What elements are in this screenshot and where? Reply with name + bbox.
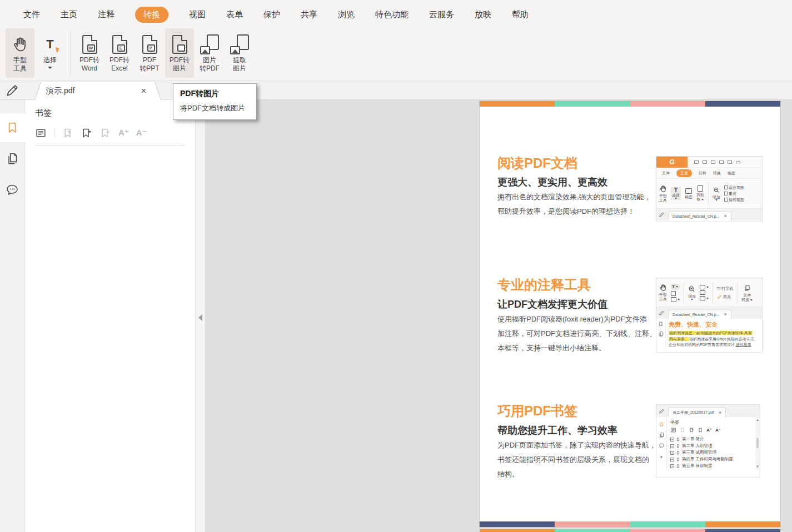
pdf-to-ppt-label-1: PDF	[143, 56, 156, 64]
print-icon	[711, 160, 715, 164]
highlighted-text: 档与表单。	[669, 337, 689, 341]
mini-titlebar: G	[656, 157, 762, 168]
menu-cloud[interactable]: 云服务	[429, 9, 454, 20]
menu-slideshow[interactable]: 放映	[475, 9, 491, 20]
mini-hand-tool: 手型工具	[659, 185, 667, 203]
mini-toolbar-divider	[708, 183, 709, 205]
comments-panel-icon[interactable]	[0, 175, 25, 204]
hand-tool-button[interactable]: 手型 工具	[6, 28, 34, 78]
image-to-pdf-label-2: 转PDF	[200, 64, 220, 73]
mini-zoom-tool: 缩放	[688, 285, 696, 300]
mini-bookmark-item: +第四章 工作时间与考勤制度	[670, 456, 755, 463]
menu-convert-active[interactable]: 转换	[135, 7, 168, 23]
menu-file[interactable]: 文件	[23, 9, 40, 20]
pdf-to-image-button[interactable]: PDF转 图片	[165, 28, 194, 78]
annotate-pencil-icon[interactable]	[5, 83, 19, 98]
pdf-page-1: 阅读PDF文档 更强大、更实用、更高效 拥有出色的文档渲染效果,强大的页面管理功…	[480, 101, 780, 527]
screenshot-bookmarks: 员工手册_20120917.pdf × 书签	[656, 404, 760, 478]
mini-menubar: 文件 主页 注释 转换 视图	[656, 168, 762, 178]
mini-menu-view: 视图	[728, 170, 735, 176]
document-canvas[interactable]: 阅读PDF文档 更强大、更实用、更高效 拥有出色的文档渲染效果,强大的页面管理功…	[205, 100, 792, 532]
hand-tool-label-2: 工具	[13, 64, 27, 73]
tab-close-icon[interactable]: ×	[141, 87, 146, 96]
pdf-to-word-label-1: PDF转	[79, 56, 99, 64]
document-tab[interactable]: 演示.pdf ×	[34, 82, 161, 100]
expand-font-icon[interactable]: A⁺	[118, 128, 129, 138]
menu-browse[interactable]: 浏览	[338, 9, 355, 20]
menu-form[interactable]: 表单	[226, 9, 243, 20]
pdf-to-excel-button[interactable]: E PDF转 Excel	[105, 28, 134, 78]
mini-bookmark-item: +第五章 休假制度	[670, 463, 755, 469]
toolbar-divider	[70, 31, 71, 76]
pdf-to-image-label-1: PDF转	[170, 56, 190, 64]
mini-hand-tool: 手型工具	[659, 284, 667, 302]
section1-heading: 阅读PDF文档	[497, 154, 577, 172]
page-icon	[728, 160, 732, 164]
mini-panel-title: 书签	[670, 419, 755, 425]
select-tool-label: 选择	[43, 56, 57, 64]
convert-ribbon: 手型 工具 T 选择 W PDF转 Word E PDF转 Excel	[0, 26, 792, 81]
bookmark-summary-icon[interactable]	[35, 127, 47, 139]
menu-help[interactable]: 帮助	[512, 9, 529, 20]
chevron-down-icon	[48, 67, 52, 69]
section3-subheading: 帮助您提升工作、学习效率	[497, 424, 617, 437]
mini-select-stack: T	[671, 284, 680, 302]
page-top-stripes	[480, 101, 780, 107]
menu-home[interactable]: 主页	[61, 9, 77, 20]
rotate-view-icon	[724, 198, 728, 202]
pdf-to-image-label-2: 图片	[173, 64, 186, 73]
bookmarks-panel-icon[interactable]	[0, 113, 25, 142]
mini-bookmark-icon	[658, 321, 664, 327]
pdf-to-ppt-label-2: 转PPT	[140, 64, 159, 73]
menubar: 文件 主页 注释 转换 视图 表单 保护 共享 浏览 特色功能 云服务 放映 帮…	[0, 0, 792, 26]
mini-clipboard-tool: 剪贴板	[696, 185, 704, 202]
mini-toolbar-divider	[737, 282, 738, 304]
cursor-arrow-icon	[55, 46, 60, 53]
pdf-to-word-button[interactable]: W PDF转 Word	[75, 28, 104, 78]
mini-doc-link: 提供批量	[736, 343, 751, 347]
open-icon	[694, 160, 699, 164]
mini-menu-file: 文件	[662, 170, 670, 176]
extract-image-button[interactable]: 提取 图片	[225, 28, 254, 78]
menu-protect[interactable]: 保护	[263, 9, 280, 20]
mini-tab-bar: Datasheet_Reader_CN.p... ×	[656, 209, 762, 220]
page-bottom-stripes	[480, 521, 780, 527]
pdf-to-ppt-button[interactable]: P PDF 转PPT	[135, 28, 164, 78]
mini-tab-close-icon: ×	[724, 214, 726, 219]
foxit-logo-icon: G	[656, 157, 688, 168]
mini-annot-toolbar: 手型工具 T 缩放	[656, 278, 762, 307]
mini-pencil-icon	[659, 310, 665, 316]
add-bookmark-icon[interactable]	[81, 127, 92, 139]
mini-pencil-icon	[659, 408, 665, 414]
delete-bookmark-icon[interactable]	[62, 127, 73, 139]
collapse-panel-icon[interactable]	[198, 314, 202, 321]
image-to-pdf-button[interactable]: 图片 转PDF	[195, 28, 224, 78]
mini-document-tab: 员工手册_20120917.pdf ×	[668, 408, 726, 417]
tooltip-description: 将PDF文档转成图片	[180, 103, 250, 113]
screenshot-annotation-tools: 手型工具 T 缩放	[656, 278, 763, 353]
mini-comments-icon	[659, 443, 665, 449]
pdf-to-word-icon: W	[82, 33, 97, 56]
menu-view[interactable]: 视图	[189, 9, 206, 20]
mini-view-options: 适合页面 重排 旋转视图	[724, 185, 744, 202]
mini-bookmark-icon	[659, 421, 664, 428]
screenshot-reader-home: G 文件 主页 注释 转换	[656, 156, 763, 222]
pdf-to-excel-label-2: Excel	[111, 64, 127, 73]
mini-nav-strip	[656, 319, 666, 348]
mini-scrollbar: ▲ ▼	[755, 417, 760, 469]
menu-features[interactable]: 特色功能	[375, 9, 409, 20]
mini-menu-comment: 注释	[699, 170, 706, 176]
pages-panel-icon[interactable]	[0, 144, 25, 173]
menu-share[interactable]: 共享	[301, 9, 317, 20]
bookmark-more-icon[interactable]	[99, 127, 111, 139]
mini-tab-close-icon: ×	[719, 410, 721, 415]
mini-snapshot-icon	[671, 291, 676, 296]
menu-comment[interactable]: 注释	[98, 9, 114, 20]
reduce-font-icon[interactable]: A⁻	[136, 128, 147, 138]
select-tool-button[interactable]: T 选择	[36, 28, 64, 78]
mini-select-tool: T 选择	[671, 187, 681, 200]
mini-doc-text: 企业和政府机构的PDF查看需求而设计,	[669, 343, 736, 347]
mini-toolbar-divider	[713, 282, 713, 304]
mini-nav-strip	[656, 417, 667, 469]
section1-body: 拥有出色的文档渲染效果,强大的页面管理功能， 帮助提升效率，是您阅读PDF的理想…	[497, 190, 651, 219]
